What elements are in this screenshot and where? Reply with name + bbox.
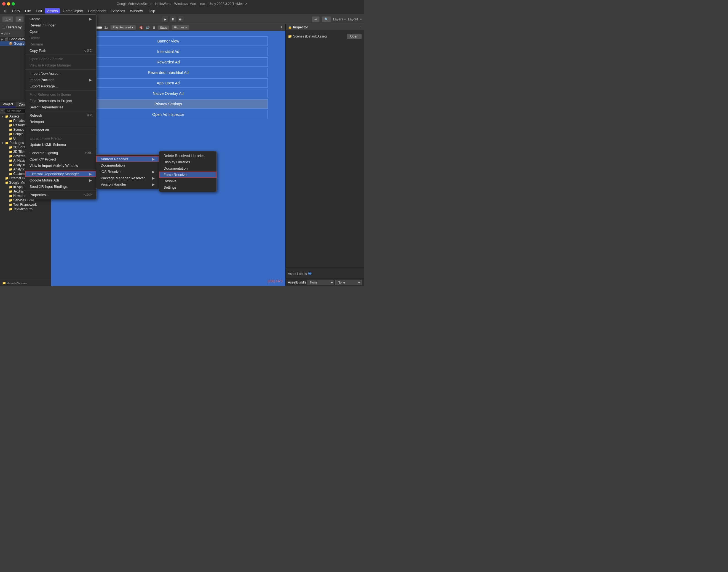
ctx-google-mobile-ads[interactable]: Google Mobile Ads ▶: [25, 177, 96, 184]
play-focused-btn[interactable]: Play Focused ▾: [110, 25, 136, 30]
edm-documentation[interactable]: Documentation: [96, 162, 159, 168]
game-btn-rewarded-int[interactable]: Rewarded Interstitial Ad: [69, 68, 268, 77]
ptree-textmeshpro-icon: 📁: [9, 207, 13, 211]
step-button[interactable]: ⏭: [177, 16, 184, 23]
ctx-generate-lighting-shortcut: ⇧⌘L: [85, 151, 92, 155]
minimize-button[interactable]: [7, 2, 10, 5]
view-menu-icon[interactable]: ⋮: [280, 26, 283, 29]
ctx-extract-prefab-label: Extract From Prefab: [29, 136, 62, 140]
ctx-import-new-asset[interactable]: Import New Asset...: [25, 70, 96, 77]
ctx-div1: [25, 55, 96, 55]
assetbundle-label: AssetBundle: [288, 281, 306, 284]
menu-edit[interactable]: Edit: [33, 8, 44, 13]
game-btn-banner[interactable]: Banner View: [69, 37, 268, 46]
ctx-open-label: Open: [29, 29, 38, 33]
undo-btn[interactable]: ↩: [312, 16, 319, 22]
inspector-dots-icon[interactable]: ⋮: [359, 25, 362, 29]
menu-apple[interactable]: : [2, 8, 8, 14]
ctx-open-csharp[interactable]: Open C# Project: [25, 156, 96, 162]
android-documentation[interactable]: Documentation: [159, 165, 216, 171]
tab-project[interactable]: Project: [0, 101, 16, 107]
android-settings[interactable]: Settings: [159, 184, 216, 191]
ctx-seed-xr-label: Seed XR Input Bindings: [29, 185, 68, 189]
game-btn-rewarded[interactable]: Rewarded Ad: [69, 57, 268, 67]
edm-android-resolver[interactable]: Android Resolver ▶: [96, 156, 159, 162]
ctx-import-package[interactable]: Import Package ▶: [25, 77, 96, 83]
hierarchy-icon: ☰: [2, 25, 5, 29]
scale-value: 2x: [104, 26, 108, 29]
ctx-copy-path[interactable]: Copy Path ⌥⌘C: [25, 48, 96, 54]
toolbar-right: ↩ 🔍 Layers ▾ Layout ▾: [312, 16, 362, 22]
ctx-update-uxml[interactable]: Update UXML Schema: [25, 141, 96, 148]
ptree-analytics-label: Analytics: [13, 163, 26, 167]
assetbundle-select1[interactable]: None: [307, 280, 334, 285]
ptree-advlegacy-icon: 📁: [9, 154, 13, 158]
game-btn-interstitial[interactable]: Interstitial Ad: [69, 47, 268, 56]
android-display-libs[interactable]: Display Libraries: [159, 159, 216, 165]
asset-labels-section: Asset Labels ⊕: [286, 268, 364, 279]
gizmos-btn[interactable]: Gizmos ▾: [171, 25, 189, 30]
play-button[interactable]: ▶: [162, 16, 168, 23]
search-btn[interactable]: 🔍: [322, 16, 331, 22]
status-path: Assets/Scenes: [7, 282, 27, 285]
game-btn-privacy[interactable]: Privacy Settings: [69, 99, 268, 109]
menu-gameobject[interactable]: GameObject: [60, 8, 85, 13]
ptree-textmeshpro[interactable]: 📁 TextMeshPro: [0, 207, 51, 211]
ctx-reveal-finder-label: Reveal in Finder: [29, 23, 56, 27]
ctx-view-import-activity[interactable]: View in Import Activity Window: [25, 162, 96, 169]
ctx-export-package[interactable]: Export Package...: [25, 83, 96, 89]
android-delete-resolved[interactable]: Delete Resolved Libraries: [159, 152, 216, 159]
menu-help[interactable]: Help: [146, 8, 157, 13]
project-add-btn[interactable]: +: [1, 109, 3, 113]
hierarchy-add-btn[interactable]: +: [1, 31, 3, 35]
ctx-properties[interactable]: Properties... ⌥⌘P: [25, 192, 96, 198]
asset-labels-add-icon[interactable]: ⊕: [308, 271, 312, 276]
ctx-select-deps[interactable]: Select Dependencies: [25, 104, 96, 110]
menu-file[interactable]: File: [23, 8, 33, 13]
mute-icon[interactable]: 🔇: [139, 26, 143, 29]
maximize-button[interactable]: [12, 2, 15, 5]
menu-assets[interactable]: Assets: [45, 8, 60, 13]
ptree-servicescore-icon: 📁: [9, 199, 13, 202]
menu-services[interactable]: Services: [109, 8, 127, 13]
ctx-reimport[interactable]: Reimport: [25, 119, 96, 125]
edm-ios-resolver-arrow: ▶: [152, 170, 155, 174]
ctx-reveal-finder[interactable]: Reveal in Finder: [25, 22, 96, 28]
close-button[interactable]: [2, 2, 5, 5]
game-btn-appopen[interactable]: App Open Ad: [69, 78, 268, 88]
ctx-export-package-label: Export Package...: [29, 84, 58, 88]
stats-btn[interactable]: Stats: [157, 25, 169, 30]
edm-ios-resolver-label: iOS Resolver: [101, 169, 122, 174]
game-btn-native[interactable]: Native Overlay Ad: [69, 89, 268, 98]
android-resolve[interactable]: Resolve: [159, 178, 216, 184]
cloud-btn[interactable]: ☁: [15, 16, 24, 22]
menu-component[interactable]: Component: [85, 8, 108, 13]
ctx-edm[interactable]: External Dependency Manager ▶: [25, 171, 96, 177]
folder-icon: 📁: [2, 281, 6, 285]
display-icon[interactable]: 🖥: [152, 26, 155, 29]
android-force-resolve[interactable]: Force Resolve: [159, 171, 216, 178]
ctx-generate-lighting[interactable]: Generate Lighting ⇧⌘L: [25, 150, 96, 156]
assetbundle-select2[interactable]: None: [335, 280, 362, 285]
ctx-refresh[interactable]: Refresh ⌘R: [25, 112, 96, 119]
ctx-view-pkg-mgr-label: View in Package Manager: [29, 63, 71, 67]
ctx-seed-xr[interactable]: Seed XR Input Bindings: [25, 184, 96, 190]
pause-button[interactable]: ⏸: [169, 16, 176, 23]
game-btn-adinspector[interactable]: Open Ad Inspector: [69, 110, 268, 119]
ptree-testfw[interactable]: 📁 Test Framework: [0, 202, 51, 207]
inspector-open-button[interactable]: Open: [347, 33, 362, 39]
inspector-lock-icon[interactable]: 🔒: [288, 25, 292, 29]
ctx-open[interactable]: Open: [25, 28, 96, 35]
edm-ios-resolver[interactable]: iOS Resolver ▶: [96, 168, 159, 175]
ctx-find-refs-project[interactable]: Find References In Project: [25, 98, 96, 104]
ctx-reimport-all[interactable]: Reimport All: [25, 127, 96, 133]
edm-pkg-mgr-resolver[interactable]: Package Manager Resolver ▶: [96, 175, 159, 181]
account-btn[interactable]: JL ▾: [2, 16, 13, 22]
menu-window[interactable]: Window: [128, 8, 145, 13]
ctx-properties-label: Properties...: [29, 193, 49, 197]
edm-version-handler[interactable]: Version Handler ▶: [96, 181, 159, 188]
hierarchy-dropdown-icon[interactable]: ▾: [9, 32, 10, 35]
menu-unity[interactable]: Unity: [10, 8, 22, 13]
audio-icon[interactable]: 🔊: [146, 26, 150, 29]
ctx-create[interactable]: Create ▶: [25, 16, 96, 22]
